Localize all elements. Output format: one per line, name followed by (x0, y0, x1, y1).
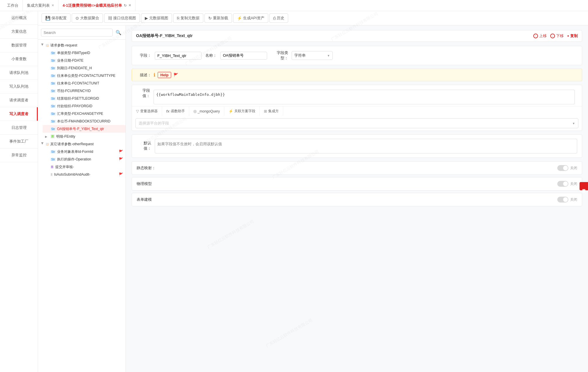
copy-meta-button[interactable]: ⎘ 复制元数据 (173, 13, 203, 23)
tree-row-submit-audit[interactable]: B 提交并审核- (43, 163, 125, 171)
info-icon: ℹ (154, 72, 155, 78)
sidebar-item-data-mgmt[interactable]: 数据管理 (0, 39, 38, 52)
tree-row-currency[interactable]: Str 币别-FCURRENCYID (43, 87, 125, 95)
set-method-button[interactable]: ⊞ 集成方 (260, 106, 283, 116)
sidebar-item-overview[interactable]: 运行概况 (0, 11, 38, 25)
default-section: 默认值： (132, 134, 582, 158)
set-method-icon: ⊞ (264, 109, 267, 113)
copy-meta-icon: ⎘ (177, 16, 179, 20)
search-box: 🔍 (38, 25, 125, 40)
physical-model-state: 关闭 (570, 181, 577, 186)
down-icon: ↓ (550, 34, 555, 38)
tree-children-other: Str 业务对象表单Id-FormId 🚩 Str 执行的操作-Operatio… (38, 148, 125, 178)
search-input[interactable] (41, 29, 113, 37)
static-mapping-state: 关闭 (570, 166, 577, 171)
describe-section: 描述： ℹ Help 🚩 (132, 69, 582, 81)
tab-close-solution-list[interactable]: ✕ (51, 4, 54, 7)
source-platform-select[interactable]: 选择源平台的字段 ▼ (135, 118, 578, 128)
table-build-toggle[interactable]: 关闭 (557, 197, 577, 203)
tree-row-other-request[interactable]: ▶ □ 其它请求参数-otherRequest (38, 140, 125, 148)
left-panel: 🔍 ▶ □ 请求参数-request Str (38, 25, 126, 372)
main-layout: 运行概况 方案信息 数据管理 小青查数 请求队列池 写入队列池 请求调度者 写入… (0, 11, 588, 372)
toolbar: 💾 保存配置 ⊙ 大数据聚合 ⛓ 接口信息视图 ▶ 元数据视图 ⎘ 复制元数据 … (38, 11, 588, 25)
field-type-select[interactable]: 字符串 ▼ (292, 51, 333, 60)
tree-row-form-id[interactable]: Str 业务对象表单Id-FormId 🚩 (43, 148, 125, 155)
field-value-toolbar: ▽ 变量选择器 fx 函数助手 ◎ _mongoQuery ⚡ (132, 106, 582, 116)
tree-row-contact-unit[interactable]: Str 往来单位-FCONTACTUNIT (43, 79, 125, 87)
sidebar-item-solution-info[interactable]: 方案信息 (0, 25, 38, 39)
tab-solution-list[interactable]: 集成方案列表 ✕ (23, 0, 59, 11)
tree-row-request-params[interactable]: ▶ □ 请求参数-request (38, 41, 125, 49)
up-icon: ↑ (533, 34, 538, 38)
physical-model-track[interactable] (557, 181, 568, 187)
meta-view-button[interactable]: ▶ 元数据视图 (141, 13, 172, 23)
sidebar-item-exception-monitor[interactable]: 异常监控 (0, 148, 38, 162)
tree-row-detail[interactable]: ▶ 囲 明细-FEntity (43, 133, 125, 140)
help-button[interactable]: Help (158, 72, 171, 78)
tree-node-request-params: ▶ □ 请求参数-request Str 单据类型-FBillTypeID (38, 41, 125, 140)
tree-row-contact-unit-type[interactable]: Str 往来单位类型-FCONTACTUNITTYPE (43, 72, 125, 79)
func-helper-button[interactable]: fx 函数助手 (162, 106, 189, 116)
select-arrow-icon: ▼ (327, 54, 330, 57)
field-value-section: 字段值： {{workflowMainTableInfo.djbh}} ▽ 变量… (132, 85, 582, 131)
default-row: 默认值： (137, 139, 577, 153)
reload-button[interactable]: ↻ 重新加载 (204, 13, 232, 23)
table-build-section: 表单建模 关闭 (132, 193, 582, 206)
table-build-track[interactable] (557, 197, 568, 203)
physical-model-toggle[interactable]: 关闭 (557, 181, 577, 187)
field-code-input[interactable] (155, 52, 202, 60)
tab-bar: 工作台 集成方案列表 ✕ 4-1泛微费用报销=>金蝶其他应付单 ↻ ✕ (0, 0, 588, 11)
tree-arrow-detail: ▶ (45, 135, 49, 138)
sidebar-item-qingcha[interactable]: 小青查数 (0, 52, 38, 66)
gen-api-button[interactable]: ⚡ 生成API资产 (233, 13, 268, 23)
field-name-input[interactable] (220, 52, 267, 60)
big-data-button[interactable]: ⊙ 大数据聚合 (72, 13, 103, 23)
copy-button[interactable]: ▪ 复制 (567, 33, 578, 39)
tab-refresh[interactable]: ↻ (124, 4, 127, 8)
tree-row-oa-bill-no[interactable]: Str OA报销单号-F_YIBH_Text_qtr (43, 125, 125, 133)
interface-view-button[interactable]: ⛓ 接口信息视图 (104, 13, 140, 23)
field-type-label: 字段类型： (271, 50, 288, 61)
move-down-button[interactable]: ↓ 下移 (550, 33, 564, 39)
tab-close-current[interactable]: ✕ (128, 4, 131, 7)
static-mapping-toggle[interactable]: 关闭 (557, 165, 577, 171)
related-field-button[interactable]: ⚡ 关联方案字段 (224, 106, 260, 116)
mongo-query-button[interactable]: ◎ _mongoQuery (189, 107, 224, 116)
tree-row-biz-date[interactable]: Str 业务日期-FDATE (43, 57, 125, 64)
sidebar-item-request-queue[interactable]: 请求队列池 (0, 66, 38, 80)
sidebar-item-write-scheduler[interactable]: 写入调度者 (0, 107, 38, 121)
tree-row-due-date[interactable]: Str 到期日-FENDDATE_H (43, 64, 125, 72)
red-side-tab[interactable]: 字段设置 (580, 182, 588, 190)
sidebar-item-log-mgmt[interactable]: 日志管理 (0, 121, 38, 135)
search-button[interactable]: 🔍 (114, 28, 123, 37)
physical-model-thumb (563, 181, 568, 186)
tab-current[interactable]: 4-1泛微费用报销=>金蝶其他应付单 ↻ ✕ (59, 0, 135, 11)
move-up-button[interactable]: ↑ 上移 (533, 33, 547, 39)
interface-icon: ⛓ (108, 16, 112, 20)
static-mapping-track[interactable] (557, 165, 568, 171)
tree-row-exchange-type[interactable]: Str 汇率类型-FEXCHANGETYPE (43, 110, 125, 117)
field-header-title: OA报销单号-F_YIBH_Text_qtr (136, 33, 192, 39)
default-value-input[interactable] (155, 139, 577, 153)
table-build-state: 关闭 (570, 197, 577, 202)
sidebar-item-request-scheduler[interactable]: 请求调度者 (0, 94, 38, 107)
flag-icon: 🚩 (119, 150, 123, 154)
help-flag-icon: 🚩 (173, 73, 178, 77)
variable-selector-button[interactable]: ▽ 变量选择器 (132, 106, 162, 116)
sidebar-item-write-queue[interactable]: 写入队列池 (0, 80, 38, 94)
tree-row-bill-type[interactable]: Str 单据类型-FBillTypeID (43, 49, 125, 57)
tree-row-base-currency[interactable]: Str 本位币-FMAINBOOKSTDCURRID (43, 117, 125, 125)
tree-row-auto-submit[interactable]: I IsAutoSubmitAndAudit- 🚩 (43, 171, 125, 178)
tree-children-request: Str 单据类型-FBillTypeID Str 业务日期-FDATE Str (38, 49, 125, 140)
basic-info-section: 字段： 名称： 字段类型： 字符串 ▼ (132, 46, 582, 65)
tab-workbench[interactable]: 工作台 (3, 0, 23, 11)
tree-row-operation[interactable]: Str 执行的操作-Operation 🚩 (43, 155, 125, 163)
flag-icon-2: 🚩 (119, 157, 123, 161)
source-select-arrow: ▼ (572, 122, 575, 125)
tree-row-pay-org[interactable]: Str 付款组织-FPAYORGID (43, 102, 125, 110)
tree-area: ▶ □ 请求参数-request Str 单据类型-FBillTypeID (38, 40, 125, 372)
tree-row-settle-org[interactable]: Str 结算组织-FSETTLEORGID (43, 95, 125, 102)
save-config-button[interactable]: 💾 保存配置 (42, 13, 71, 23)
sidebar-item-event-factory[interactable]: 事件加工厂 (0, 135, 38, 148)
history-button[interactable]: ⎙ 历史 (269, 13, 288, 23)
